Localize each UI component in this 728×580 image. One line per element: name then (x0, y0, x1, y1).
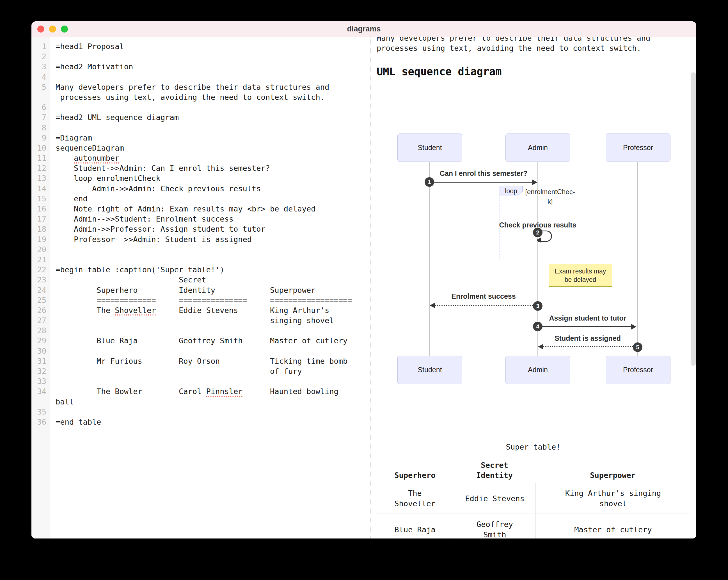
editor-row: ball (31, 397, 370, 407)
line-number: 5 (31, 82, 50, 92)
line-number: 16 (31, 204, 50, 214)
table-cell: Geoffrey Smith (454, 514, 535, 538)
code-line: =head2 UML sequence diagram (50, 112, 179, 122)
line-number: 29 (31, 336, 50, 346)
editor-row: 9=Diagram (31, 133, 370, 143)
scrollbar-thumb[interactable] (691, 72, 696, 366)
close-button[interactable] (37, 26, 44, 32)
minimize-button[interactable] (49, 26, 56, 32)
code-line: processes using text, avoiding the need … (50, 92, 325, 102)
code-line: =Diagram (50, 133, 92, 143)
line-number: 8 (31, 123, 50, 133)
code-line: Mr Furious Roy Orson Ticking time bomb (50, 356, 347, 366)
code-line: The Shoveller Eddie Stevens King Arthur'… (50, 305, 329, 315)
actor-box-student-top: Student (397, 134, 462, 162)
line-number: 10 (31, 143, 50, 153)
line-number: 18 (31, 224, 50, 234)
code-line (50, 407, 56, 417)
actor-box-professor-top: Professor (606, 134, 671, 162)
line-number: 24 (31, 285, 50, 295)
line-number: 26 (31, 305, 50, 315)
desktop-background: diagrams 1=head1 Proposal 2 3=head2 Moti… (0, 0, 728, 580)
editor-row: 2 (31, 52, 370, 62)
line-number: 7 (31, 112, 50, 122)
code-line: sequenceDiagram (50, 143, 124, 153)
actor-box-admin-bottom: Admin (505, 356, 570, 384)
code-line: loop enrolmentCheck (50, 173, 160, 184)
code-line: singing shovel (50, 315, 334, 326)
editor-row: 28 (31, 326, 370, 336)
arrowhead-left-icon (536, 237, 541, 243)
editor-row: 36=end table (31, 417, 370, 427)
arrowhead-right-icon (532, 179, 538, 185)
code-line (50, 255, 56, 265)
editor-row: 35 (31, 407, 370, 417)
line-number: 30 (31, 346, 50, 356)
editor-row: 34 The Bowler Carol Pinnsler Haunted bow… (31, 386, 370, 396)
code-line: =end table (50, 417, 101, 427)
table-cell: King Arthur's singing shovel (535, 483, 691, 514)
lifeline-student (429, 161, 430, 356)
preview-paragraph: Many developers prefer to describe their… (376, 37, 650, 53)
message-arrow-dotted (435, 305, 538, 306)
editor-row: 23 Secret (31, 275, 370, 285)
message-label: Can I enrol this semester? (433, 169, 534, 177)
code-line (50, 377, 56, 386)
editor-row: 4 (31, 72, 370, 82)
misspelled-word: Pinnsler (206, 387, 242, 396)
line-number: 27 (31, 315, 50, 326)
sequence-number-badge: 3 (533, 301, 543, 311)
line-number: 11 (31, 153, 50, 163)
arrowhead-right-icon (631, 324, 636, 330)
code-line (50, 123, 56, 133)
editor-row: 33 (31, 377, 370, 386)
code-line (50, 102, 56, 112)
window-title: diagrams (347, 25, 381, 33)
editor-row: processes using text, avoiding the need … (31, 92, 370, 102)
editor-row: 11 autonumber (31, 153, 370, 163)
editor-row: 21 (31, 255, 370, 265)
line-number: 3 (31, 62, 50, 72)
editor-row: 20 (31, 245, 370, 255)
editor-row: 16 Note right of Admin: Exam results may… (31, 204, 370, 214)
code-line: of fury (50, 366, 302, 377)
code-line: Blue Raja Geoffrey Smith Master of cutle… (50, 336, 347, 346)
code-line: Superhero Identity Superpower (50, 285, 316, 295)
app-window: diagrams 1=head1 Proposal 2 3=head2 Moti… (31, 21, 696, 538)
table-cell: Master of cutlery (535, 514, 691, 538)
editor-row: 18 Admin->>Professor: Assign student to … (31, 224, 370, 234)
editor-row: 22=begin table :caption('Super table!') (31, 265, 370, 275)
line-number: 23 (31, 275, 50, 285)
actor-box-student-bottom: Student (397, 356, 462, 384)
note-box: Exam results may be delayed (549, 264, 612, 287)
arrowhead-left-icon (538, 344, 543, 350)
loop-label: loop (499, 186, 523, 196)
sequence-number-badge: 1 (425, 177, 434, 187)
line-number (31, 92, 50, 102)
code-line: ============= =============== ==========… (50, 295, 352, 305)
preview-pane[interactable]: Many developers prefer to describe their… (371, 37, 696, 538)
code-line: Secret (50, 275, 206, 285)
editor-row: 7=head2 UML sequence diagram (31, 112, 370, 122)
table-cell: Eddie Stevens (454, 483, 535, 514)
editor-row: 15 end (31, 194, 370, 204)
editor-row: 32 of fury (31, 366, 370, 377)
code-line: Note right of Admin: Exam results may <b… (50, 204, 316, 214)
code-line: Admin->>Admin: Check previous results (50, 184, 261, 194)
line-number: 9 (31, 133, 50, 143)
message-label: Student is assigned (537, 334, 638, 342)
editor-row: 6 (31, 102, 370, 112)
split-view: 1=head1 Proposal 2 3=head2 Motivation 4 … (31, 37, 696, 538)
table-caption: Super table! (376, 443, 691, 451)
editor-row: 31 Mr Furious Roy Orson Ticking time bom… (31, 356, 370, 366)
section-heading: UML sequence diagram (376, 66, 502, 78)
editor-row: 12 Student->>Admin: Can I enrol this sem… (31, 163, 370, 173)
arrowhead-left-icon (430, 303, 435, 308)
line-number: 12 (31, 163, 50, 173)
zoom-button[interactable] (61, 26, 68, 32)
code-line (50, 72, 56, 82)
message-label: Enrolment success (433, 292, 534, 300)
editor-row: 27 singing shovel (31, 315, 370, 326)
title-bar: diagrams (31, 21, 696, 37)
source-editor[interactable]: 1=head1 Proposal 2 3=head2 Motivation 4 … (31, 37, 371, 538)
